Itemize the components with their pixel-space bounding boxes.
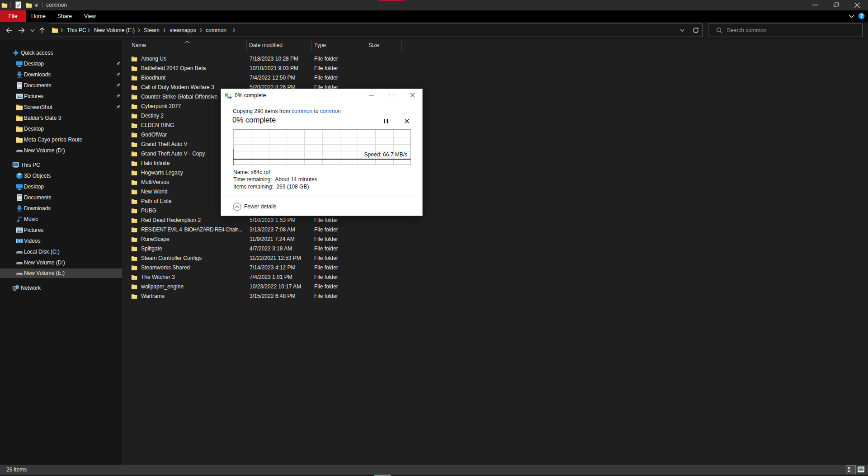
svg-text:?: ? (860, 13, 863, 19)
